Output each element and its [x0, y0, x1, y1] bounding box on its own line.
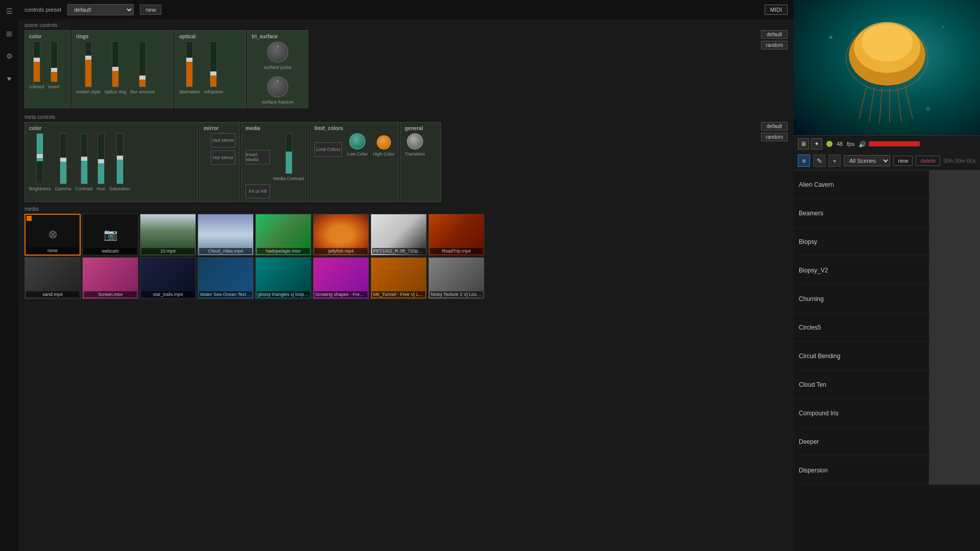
scene-item-alien-cavern[interactable]: Alien Cavern	[794, 170, 980, 199]
media-item-growing[interactable]: Growing shapes - Free Vj Loop.mp4	[313, 257, 369, 299]
media-item-star[interactable]: star_trails.mp4	[140, 257, 196, 299]
meta-default-button[interactable]: default	[761, 122, 788, 131]
surface-fracture-group: surface fracture	[262, 76, 294, 105]
wand-icon[interactable]: ✦	[811, 138, 822, 149]
menu-icon[interactable]: ☰	[2, 4, 16, 18]
vert-mirror-button[interactable]: Vert Mirror	[211, 133, 235, 147]
add-scene-icon[interactable]: +	[828, 155, 841, 167]
trisurface-panel-header: tri_surface	[252, 34, 304, 39]
scene-item-biopsy-v2[interactable]: Biopsy_V2	[794, 256, 980, 285]
volume-bar[interactable]	[869, 141, 920, 146]
scene-list-toolbar: ≡ ✎ + All Scenes new delete 00h 00m 00s	[794, 152, 980, 170]
scene-name: Deeper	[794, 438, 929, 445]
motion-style-slider[interactable]	[85, 41, 92, 87]
scene-item-deeper[interactable]: Deeper	[794, 428, 980, 456]
hor-mirror-button[interactable]: Hor Mirror	[211, 151, 235, 165]
grid-icon[interactable]: ⊞	[2, 27, 16, 41]
surface-fracture-knob[interactable]	[267, 76, 288, 97]
midi-button[interactable]: MIDI	[765, 5, 788, 15]
blur-amount-slider[interactable]	[139, 41, 146, 87]
media-meta-header: media	[246, 126, 304, 131]
low-color-group: Low Color	[347, 133, 368, 157]
meta-controls-label: meta controls	[24, 114, 788, 120]
low-color-knob[interactable]	[349, 133, 365, 149]
scene-item-biopsy[interactable]: Biopsy	[794, 228, 980, 256]
media-contrast-slider[interactable]	[285, 133, 292, 174]
invert-media-button[interactable]: Invert Media	[246, 150, 270, 164]
high-color-knob[interactable]	[377, 135, 391, 149]
media-hado-label: hadopelagic.mov	[257, 248, 310, 254]
colored-slider[interactable]	[33, 41, 40, 82]
meta-random-button[interactable]: random	[761, 133, 788, 141]
brightness-slider[interactable]	[36, 133, 43, 184]
new-preset-button[interactable]: new	[140, 5, 161, 15]
scene-thumb-circuit	[929, 342, 980, 370]
refraction-slider[interactable]	[210, 41, 217, 87]
fit-or-fill-button[interactable]: Fit or Fill	[246, 184, 270, 198]
monitor-icon[interactable]: 🖥	[798, 138, 809, 149]
scene-def-rand: default random	[761, 30, 788, 49]
media-item-sand[interactable]: sand.mp4	[24, 257, 81, 299]
scene-item-circles5[interactable]: Circles5	[794, 313, 980, 342]
media-item-10[interactable]: 10.mp4	[140, 214, 196, 256]
contrast-slider[interactable]	[81, 133, 88, 184]
media-item-road[interactable]: RoadTrip.mp4	[428, 214, 484, 256]
scene-new-button[interactable]: new	[893, 156, 913, 166]
media-sand-label: sand.mp4	[26, 291, 79, 297]
invert-label: invert	[48, 84, 60, 89]
scene-thumb-biopsyv2	[929, 256, 980, 285]
media-jellyfish-label: jellyfish.mp4	[314, 248, 368, 254]
media-item-water[interactable]: Water Sea Ocean Texture of Sea Vid Loop.…	[198, 257, 254, 299]
preset-select[interactable]: default	[67, 4, 134, 15]
limit-colors-button[interactable]: Limit Colors	[314, 142, 342, 157]
transition-knob[interactable]	[407, 133, 423, 149]
gear-icon[interactable]: ⚙	[2, 49, 16, 63]
hue-slider[interactable]	[97, 133, 105, 184]
scene-delete-button[interactable]: delete	[916, 156, 940, 166]
scene-filter-select[interactable]: All Scenes	[844, 155, 890, 166]
surface-pulse-label: surface pulse	[264, 65, 291, 70]
radius-ring-slider-group: radius ring	[105, 41, 126, 94]
media-item-cloud-atlas[interactable]: Cloud_Atlas.mp4	[198, 214, 254, 256]
media-noisy-label: Noisy Texture 1 Vj Loop.mp4	[430, 291, 483, 297]
media-item-jellyfish[interactable]: jellyfish.mp4	[313, 214, 369, 256]
trisurface-panel: tri_surface surface pulse su	[247, 30, 308, 108]
mirror-header: mirror	[204, 126, 235, 131]
scene-item-circuit-bending[interactable]: Circuit Bending	[794, 342, 980, 370]
high-color-group: High Color	[373, 135, 395, 157]
fps-bar: 🖥 ✦ 48 fps 🔊	[794, 135, 980, 152]
brightness-label: Brightness	[29, 186, 51, 191]
media-item-webcam[interactable]: 📷 webcam	[82, 214, 138, 256]
scene-item-dispersion[interactable]: Dispersion	[794, 456, 980, 485]
right-panel: 🖥 ✦ 48 fps 🔊 ≡ ✎ + All Scenes new delete…	[794, 0, 980, 551]
media-grid-row2: sand.mp4 Screen.mov star_trails.mp4 Wate…	[24, 257, 788, 299]
media-item-noisy[interactable]: Noisy Texture 1 Vj Loop.mp4	[428, 257, 484, 299]
selected-indicator	[27, 216, 32, 221]
saturation-slider[interactable]	[116, 133, 124, 184]
media-tunnel-label: Mir_Tunnel - Free Vj Loop.mp4	[372, 291, 425, 297]
list-view-button[interactable]: ≡	[798, 155, 810, 167]
media-item-none[interactable]: ⊗ none	[24, 214, 81, 256]
radius-ring-slider[interactable]	[112, 41, 119, 87]
aberration-slider[interactable]	[186, 41, 193, 87]
edit-view-button[interactable]: ✎	[813, 155, 825, 167]
media-item-tunnel[interactable]: Mir_Tunnel - Free Vj Loop.mp4	[371, 257, 427, 299]
scene-thumb-deeper	[929, 428, 980, 456]
scene-item-churning[interactable]: Churning	[794, 285, 980, 313]
scene-default-button[interactable]: default	[761, 30, 788, 39]
gamma-slider[interactable]	[60, 133, 67, 184]
media-item-pet[interactable]: PET1002_R-3B_720p.mp4	[371, 214, 427, 256]
meta-controls-area: meta controls color Brightness	[18, 112, 794, 204]
scene-item-beamers[interactable]: Beamers	[794, 199, 980, 228]
media-item-glossy[interactable]: glossy triangles vj loop.mp4	[255, 257, 311, 299]
svg-point-11	[829, 36, 832, 39]
invert-slider[interactable]	[51, 41, 58, 82]
heart-icon[interactable]: ♥	[2, 71, 16, 86]
surface-pulse-knob[interactable]	[267, 41, 288, 63]
scene-random-button[interactable]: random	[761, 41, 788, 49]
media-item-screen[interactable]: Screen.mov	[82, 257, 138, 299]
media-item-hado[interactable]: hadopelagic.mov	[255, 214, 311, 256]
scene-item-cloud-ten[interactable]: Cloud Ten	[794, 370, 980, 399]
scene-item-compound-iris[interactable]: Compound Iris	[794, 399, 980, 428]
optical-panel: optical aberration	[175, 30, 246, 108]
